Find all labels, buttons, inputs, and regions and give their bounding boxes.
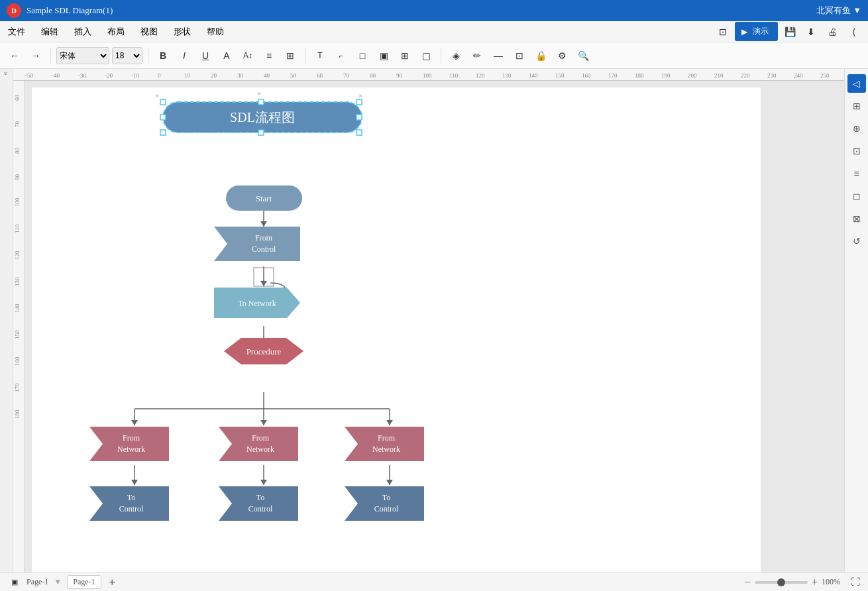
svg-text:Procedure: Procedure	[246, 347, 282, 356]
page-tab[interactable]: Page-1	[67, 575, 101, 589]
font-color-button[interactable]: A	[217, 46, 236, 65]
shape-shadow-button[interactable]: ▣	[374, 46, 393, 65]
svg-marker-62	[386, 420, 393, 425]
svg-marker-60	[260, 420, 267, 425]
svg-text:From: From	[255, 233, 273, 242]
fit-page-button[interactable]: ⊡	[714, 23, 732, 41]
svg-text:210: 210	[714, 72, 724, 79]
left-panel[interactable]: »	[0, 69, 13, 572]
lock-button[interactable]: 🔒	[531, 46, 550, 65]
svg-text:-10: -10	[131, 72, 139, 79]
rp-grid-button[interactable]: ⊞	[847, 97, 866, 115]
svg-text:70: 70	[343, 72, 350, 79]
rp-component-button[interactable]: ⊠	[847, 209, 866, 228]
align-button[interactable]: ≡	[260, 46, 278, 65]
italic-button[interactable]: I	[175, 46, 193, 65]
svg-marker-57	[260, 221, 267, 227]
font-size-up-button[interactable]: A↕	[239, 46, 257, 65]
menu-help[interactable]: 帮助	[204, 25, 227, 39]
bold-button[interactable]: B	[154, 46, 172, 65]
svg-text:140: 140	[14, 303, 21, 313]
svg-marker-101	[219, 486, 298, 521]
fill-button[interactable]: ◈	[447, 46, 465, 65]
save-button[interactable]: 💾	[781, 23, 799, 41]
svg-rect-71	[356, 115, 362, 120]
download-button[interactable]: ⬇	[802, 23, 820, 41]
rp-frame-button[interactable]: ⊡	[847, 142, 866, 160]
zoom-controls: − + 100% ⛶	[745, 576, 860, 588]
left-panel-toggle[interactable]: »	[1, 72, 11, 76]
main-area: » -50 -40 -30 -20 -10 0 10 20 30 40 50 6…	[0, 69, 868, 572]
rp-image-button[interactable]: ◻	[847, 187, 866, 205]
menu-insert[interactable]: 插入	[72, 25, 94, 39]
table-button[interactable]: ⊞	[396, 46, 414, 65]
menu-file[interactable]: 文件	[5, 25, 28, 39]
shape-border-button[interactable]: ▢	[417, 46, 435, 65]
svg-text:0: 0	[158, 72, 161, 79]
user-menu[interactable]: 北冥有鱼 ▼	[816, 5, 861, 17]
menu-layout[interactable]: 布局	[105, 25, 127, 39]
svg-text:240: 240	[794, 72, 803, 79]
print-button[interactable]: 🖨	[823, 23, 841, 41]
fullscreen-button[interactable]: ⛶	[851, 577, 860, 588]
svg-text:160: 160	[582, 72, 591, 79]
svg-marker-104	[345, 486, 424, 521]
size-select[interactable]: 18	[112, 47, 142, 64]
canvas-wrapper: -50 -40 -30 -20 -10 0 10 20 30 40 50 60 …	[13, 69, 844, 572]
crop-button[interactable]: ⊡	[510, 46, 529, 65]
svg-text:200: 200	[688, 72, 697, 79]
svg-text:Network: Network	[246, 445, 274, 454]
svg-text:Control: Control	[252, 244, 276, 254]
redo-button[interactable]: →	[27, 46, 45, 65]
svg-text:-30: -30	[78, 72, 86, 79]
svg-text:Control: Control	[374, 504, 399, 513]
toolbar: ← → 宋体 18 B I U A A↕ ≡ ⊞ T ⌐ □ ▣ ⊞ ▢ ◈ ✏…	[0, 42, 868, 69]
svg-marker-95	[345, 427, 424, 461]
svg-text:Start: Start	[256, 193, 272, 203]
line-color-button[interactable]: ✏	[468, 46, 486, 65]
svg-text:×: ×	[257, 89, 261, 97]
svg-text:110: 110	[449, 72, 459, 79]
menu-edit[interactable]: 编辑	[38, 25, 61, 39]
zoom-slider[interactable]	[755, 581, 808, 584]
svg-marker-61	[131, 420, 138, 425]
svg-rect-69	[356, 99, 362, 105]
rp-arrow-button[interactable]: ◁	[847, 74, 866, 93]
svg-text:120: 120	[14, 250, 21, 260]
spacing-button[interactable]: ⊞	[281, 46, 299, 65]
page-indicator-arrow[interactable]: ▼	[54, 577, 62, 587]
zoom-in-button[interactable]: +	[812, 576, 818, 588]
underline-button[interactable]: U	[196, 46, 215, 65]
svg-rect-68	[258, 99, 264, 105]
line-style-button[interactable]: —	[489, 46, 508, 65]
status-layout-button[interactable]: ▣	[8, 576, 21, 589]
font-select[interactable]: 宋体	[56, 47, 109, 64]
add-page-button[interactable]: +	[107, 576, 118, 588]
svg-text:250: 250	[820, 72, 830, 79]
svg-text:150: 150	[555, 72, 565, 79]
text-format-button[interactable]: T	[311, 46, 329, 65]
zoom-out-button[interactable]: −	[745, 576, 751, 588]
diagram-svg: × × × SDL流程图 Start From Control	[32, 87, 761, 572]
search-button[interactable]: 🔍	[574, 46, 592, 65]
present-button[interactable]: ▶ 演示	[735, 22, 778, 41]
share-button[interactable]: ⟨	[844, 23, 863, 41]
svg-text:To Network: To Network	[238, 299, 276, 308]
settings-button[interactable]: ⚙	[553, 46, 571, 65]
menu-shape[interactable]: 形状	[171, 25, 193, 39]
svg-rect-72	[160, 130, 166, 135]
svg-marker-63	[131, 480, 138, 485]
svg-text:Network: Network	[372, 445, 400, 454]
rp-layers-button[interactable]: ⊕	[847, 119, 866, 138]
canvas[interactable]: × × × SDL流程图 Start From Control	[25, 81, 844, 572]
svg-text:160: 160	[14, 356, 21, 366]
shape-rect-button[interactable]: □	[353, 46, 372, 65]
svg-text:Network: Network	[117, 445, 145, 454]
undo-button[interactable]: ←	[5, 46, 24, 65]
connection-button[interactable]: ⌐	[332, 46, 351, 65]
svg-text:Control: Control	[119, 504, 144, 513]
rp-history-button[interactable]: ↺	[847, 232, 866, 250]
rp-stack-button[interactable]: ≡	[847, 164, 866, 183]
menu-view[interactable]: 视图	[138, 25, 160, 39]
svg-text:90: 90	[14, 174, 21, 181]
